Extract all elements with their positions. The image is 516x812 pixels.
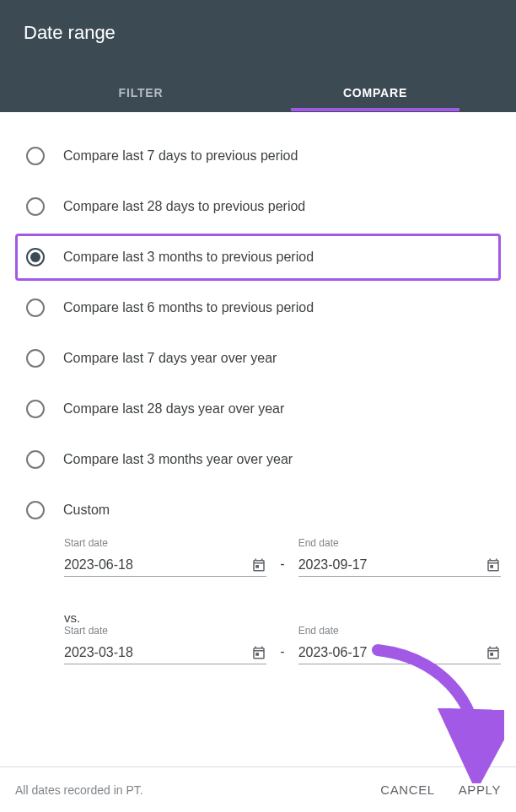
page-title: Date range [24,19,492,44]
compare-date-row: Start date - End date [64,625,501,664]
primary-start-field[interactable]: Start date [64,537,266,577]
field-label: End date [298,625,501,637]
calendar-icon[interactable] [251,645,266,660]
calendar-icon[interactable] [486,645,501,660]
radio-icon [26,400,45,418]
footer-buttons: CANCEL APPLY [380,782,501,797]
field-label: Start date [64,625,266,637]
compare-end-field[interactable]: End date [298,625,501,664]
input-wrap [298,640,501,664]
footer: All dates recorded in PT. CANCEL APPLY [0,766,516,812]
field-label: Start date [64,537,266,549]
radio-option-7-days-previous[interactable]: Compare last 7 days to previous period [15,132,501,180]
input-wrap [298,552,501,577]
option-label: Custom [63,503,110,518]
primary-end-input[interactable] [298,557,486,573]
radio-option-7-days-yoy[interactable]: Compare last 7 days year over year [15,335,501,382]
primary-end-field[interactable]: End date [298,537,501,577]
option-label: Compare last 7 days year over year [63,351,277,366]
primary-date-row: Start date - End date [64,537,501,577]
tab-compare[interactable]: COMPARE [258,76,492,111]
tabs: FILTER COMPARE [24,76,492,111]
vs-label: vs. [64,610,501,625]
dash-separator: - [280,644,284,664]
radio-icon [26,298,45,317]
option-label: Compare last 3 months to previous period [63,250,314,265]
radio-icon [26,147,45,165]
radio-option-6-months-previous[interactable]: Compare last 6 months to previous period [15,284,501,331]
radio-icon [26,450,45,469]
compare-start-input[interactable] [64,645,251,660]
primary-start-input[interactable] [64,557,251,573]
radio-option-3-months-yoy[interactable]: Compare last 3 months year over year [15,436,501,483]
input-wrap [64,552,266,577]
radio-option-custom[interactable]: Custom [15,487,501,534]
radio-icon [26,349,45,368]
calendar-icon[interactable] [251,557,266,573]
input-wrap [64,640,266,664]
dash-separator: - [280,557,284,577]
radio-option-28-days-yoy[interactable]: Compare last 28 days year over year [15,385,501,433]
option-label: Compare last 7 days to previous period [63,148,298,164]
compare-options: Compare last 7 days to previous period C… [0,112,516,534]
radio-option-28-days-previous[interactable]: Compare last 28 days to previous period [15,183,501,230]
radio-option-3-months-previous[interactable]: Compare last 3 months to previous period [15,234,501,281]
radio-icon [26,248,45,266]
tab-filter[interactable]: FILTER [24,76,258,111]
calendar-icon[interactable] [486,557,501,573]
compare-start-field[interactable]: Start date [64,625,266,664]
date-range-section: Start date - End date vs. Start date - [0,537,516,664]
timezone-note: All dates recorded in PT. [15,783,380,797]
compare-end-input[interactable] [298,645,486,660]
radio-icon [26,501,45,519]
radio-icon [26,197,45,216]
apply-button[interactable]: APPLY [459,782,501,797]
option-label: Compare last 28 days to previous period [63,199,305,214]
header: Date range FILTER COMPARE [0,0,516,112]
option-label: Compare last 3 months year over year [63,452,293,467]
option-label: Compare last 28 days year over year [63,401,284,417]
cancel-button[interactable]: CANCEL [380,782,434,797]
option-label: Compare last 6 months to previous period [63,300,314,315]
field-label: End date [298,537,501,549]
